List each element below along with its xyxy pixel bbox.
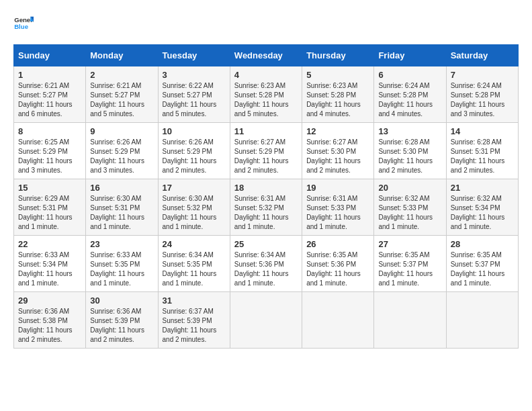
calendar-cell: 24 Sunrise: 6:34 AM Sunset: 5:35 PM Dayl…: [158, 236, 230, 292]
calendar-cell: 19 Sunrise: 6:31 AM Sunset: 5:33 PM Dayl…: [302, 179, 374, 236]
day-number: 9: [90, 126, 153, 136]
day-info: Sunrise: 6:30 AM Sunset: 5:32 PM Dayligh…: [163, 194, 226, 232]
day-info: Sunrise: 6:23 AM Sunset: 5:28 PM Dayligh…: [306, 81, 369, 119]
calendar-cell: 5 Sunrise: 6:23 AM Sunset: 5:28 PM Dayli…: [302, 66, 374, 123]
calendar-cell: 12 Sunrise: 6:27 AM Sunset: 5:30 PM Dayl…: [302, 123, 374, 179]
calendar-cell: [446, 292, 518, 349]
day-info: Sunrise: 6:32 AM Sunset: 5:33 PM Dayligh…: [378, 194, 441, 232]
logo: General Blue: [13, 13, 34, 34]
svg-text:Blue: Blue: [14, 23, 28, 30]
calendar-cell: 6 Sunrise: 6:24 AM Sunset: 5:28 PM Dayli…: [374, 66, 446, 123]
calendar-cell: 17 Sunrise: 6:30 AM Sunset: 5:32 PM Dayl…: [158, 179, 230, 236]
calendar-cell: 31 Sunrise: 6:37 AM Sunset: 5:39 PM Dayl…: [158, 292, 230, 349]
day-info: Sunrise: 6:30 AM Sunset: 5:31 PM Dayligh…: [90, 194, 153, 232]
calendar-cell: 14 Sunrise: 6:28 AM Sunset: 5:31 PM Dayl…: [446, 123, 518, 179]
day-number: 16: [90, 183, 153, 193]
day-info: Sunrise: 6:35 AM Sunset: 5:36 PM Dayligh…: [306, 250, 369, 288]
day-number: 15: [18, 183, 81, 193]
day-info: Sunrise: 6:37 AM Sunset: 5:39 PM Dayligh…: [163, 307, 226, 345]
day-number: 23: [90, 239, 153, 249]
day-number: 27: [378, 239, 441, 249]
page-header: General Blue: [13, 13, 519, 34]
day-number: 11: [234, 126, 298, 136]
calendar-cell: 30 Sunrise: 6:36 AM Sunset: 5:39 PM Dayl…: [86, 292, 158, 349]
calendar-week-3: 15 Sunrise: 6:29 AM Sunset: 5:31 PM Dayl…: [14, 179, 519, 236]
day-number: 30: [90, 295, 153, 306]
day-number: 18: [234, 183, 298, 193]
day-info: Sunrise: 6:35 AM Sunset: 5:37 PM Dayligh…: [378, 250, 441, 288]
calendar-cell: 22 Sunrise: 6:33 AM Sunset: 5:34 PM Dayl…: [14, 236, 86, 292]
day-info: Sunrise: 6:28 AM Sunset: 5:31 PM Dayligh…: [451, 138, 514, 175]
day-info: Sunrise: 6:31 AM Sunset: 5:32 PM Dayligh…: [234, 194, 298, 232]
day-number: 17: [163, 183, 226, 193]
weekday-header-monday: Monday: [86, 45, 158, 66]
day-info: Sunrise: 6:34 AM Sunset: 5:36 PM Dayligh…: [234, 250, 298, 288]
day-number: 24: [163, 239, 226, 249]
day-info: Sunrise: 6:22 AM Sunset: 5:27 PM Dayligh…: [163, 81, 226, 119]
day-info: Sunrise: 6:31 AM Sunset: 5:33 PM Dayligh…: [306, 194, 369, 232]
day-info: Sunrise: 6:26 AM Sunset: 5:29 PM Dayligh…: [163, 138, 226, 175]
logo-icon: General Blue: [13, 13, 34, 34]
day-number: 28: [451, 239, 514, 249]
calendar-cell: 8 Sunrise: 6:25 AM Sunset: 5:29 PM Dayli…: [14, 123, 86, 179]
day-info: Sunrise: 6:29 AM Sunset: 5:31 PM Dayligh…: [18, 194, 81, 232]
weekday-header-saturday: Saturday: [446, 45, 518, 66]
day-info: Sunrise: 6:27 AM Sunset: 5:30 PM Dayligh…: [306, 138, 369, 175]
weekday-header-sunday: Sunday: [14, 45, 86, 66]
calendar-cell: 9 Sunrise: 6:26 AM Sunset: 5:29 PM Dayli…: [86, 123, 158, 179]
day-info: Sunrise: 6:26 AM Sunset: 5:29 PM Dayligh…: [90, 138, 153, 175]
day-number: 14: [451, 126, 514, 136]
day-number: 25: [234, 239, 298, 249]
calendar-week-4: 22 Sunrise: 6:33 AM Sunset: 5:34 PM Dayl…: [14, 236, 519, 292]
calendar-cell: 25 Sunrise: 6:34 AM Sunset: 5:36 PM Dayl…: [230, 236, 302, 292]
calendar-table: SundayMondayTuesdayWednesdayThursdayFrid…: [13, 44, 519, 349]
weekday-header-friday: Friday: [374, 45, 446, 66]
calendar-cell: 11 Sunrise: 6:27 AM Sunset: 5:29 PM Dayl…: [230, 123, 302, 179]
day-number: 7: [451, 70, 514, 80]
calendar-cell: 23 Sunrise: 6:33 AM Sunset: 5:35 PM Dayl…: [86, 236, 158, 292]
day-info: Sunrise: 6:25 AM Sunset: 5:29 PM Dayligh…: [18, 138, 81, 175]
weekday-header-thursday: Thursday: [302, 45, 374, 66]
calendar-week-1: 1 Sunrise: 6:21 AM Sunset: 5:27 PM Dayli…: [14, 66, 519, 123]
day-number: 5: [306, 70, 369, 80]
day-info: Sunrise: 6:23 AM Sunset: 5:28 PM Dayligh…: [234, 81, 298, 119]
calendar-cell: 13 Sunrise: 6:28 AM Sunset: 5:30 PM Dayl…: [374, 123, 446, 179]
day-number: 20: [378, 183, 441, 193]
day-number: 13: [378, 126, 441, 136]
calendar-cell: [230, 292, 302, 349]
calendar-cell: 10 Sunrise: 6:26 AM Sunset: 5:29 PM Dayl…: [158, 123, 230, 179]
calendar-cell: [374, 292, 446, 349]
day-number: 6: [378, 70, 441, 80]
weekday-header-tuesday: Tuesday: [158, 45, 230, 66]
day-info: Sunrise: 6:28 AM Sunset: 5:30 PM Dayligh…: [378, 138, 441, 175]
calendar-cell: 7 Sunrise: 6:24 AM Sunset: 5:28 PM Dayli…: [446, 66, 518, 123]
calendar-cell: 26 Sunrise: 6:35 AM Sunset: 5:36 PM Dayl…: [302, 236, 374, 292]
calendar-cell: 4 Sunrise: 6:23 AM Sunset: 5:28 PM Dayli…: [230, 66, 302, 123]
calendar-cell: [302, 292, 374, 349]
day-number: 22: [18, 239, 81, 249]
day-info: Sunrise: 6:33 AM Sunset: 5:34 PM Dayligh…: [18, 250, 81, 288]
calendar-cell: 29 Sunrise: 6:36 AM Sunset: 5:38 PM Dayl…: [14, 292, 86, 349]
day-info: Sunrise: 6:24 AM Sunset: 5:28 PM Dayligh…: [451, 81, 514, 119]
day-info: Sunrise: 6:27 AM Sunset: 5:29 PM Dayligh…: [234, 138, 298, 175]
day-info: Sunrise: 6:36 AM Sunset: 5:38 PM Dayligh…: [18, 307, 81, 345]
day-info: Sunrise: 6:21 AM Sunset: 5:27 PM Dayligh…: [90, 81, 153, 119]
calendar-cell: 2 Sunrise: 6:21 AM Sunset: 5:27 PM Dayli…: [86, 66, 158, 123]
calendar-cell: 16 Sunrise: 6:30 AM Sunset: 5:31 PM Dayl…: [86, 179, 158, 236]
calendar-week-2: 8 Sunrise: 6:25 AM Sunset: 5:29 PM Dayli…: [14, 123, 519, 179]
day-number: 21: [451, 183, 514, 193]
day-number: 2: [90, 70, 153, 80]
day-info: Sunrise: 6:21 AM Sunset: 5:27 PM Dayligh…: [18, 81, 81, 119]
day-info: Sunrise: 6:32 AM Sunset: 5:34 PM Dayligh…: [451, 194, 514, 232]
day-info: Sunrise: 6:33 AM Sunset: 5:35 PM Dayligh…: [90, 250, 153, 288]
day-number: 12: [306, 126, 369, 136]
day-number: 29: [18, 295, 81, 306]
calendar-cell: 21 Sunrise: 6:32 AM Sunset: 5:34 PM Dayl…: [446, 179, 518, 236]
day-info: Sunrise: 6:36 AM Sunset: 5:39 PM Dayligh…: [90, 307, 153, 345]
day-info: Sunrise: 6:35 AM Sunset: 5:37 PM Dayligh…: [451, 250, 514, 288]
day-number: 19: [306, 183, 369, 193]
day-number: 26: [306, 239, 369, 249]
calendar-week-5: 29 Sunrise: 6:36 AM Sunset: 5:38 PM Dayl…: [14, 292, 519, 349]
calendar-cell: 18 Sunrise: 6:31 AM Sunset: 5:32 PM Dayl…: [230, 179, 302, 236]
day-info: Sunrise: 6:34 AM Sunset: 5:35 PM Dayligh…: [163, 250, 226, 288]
